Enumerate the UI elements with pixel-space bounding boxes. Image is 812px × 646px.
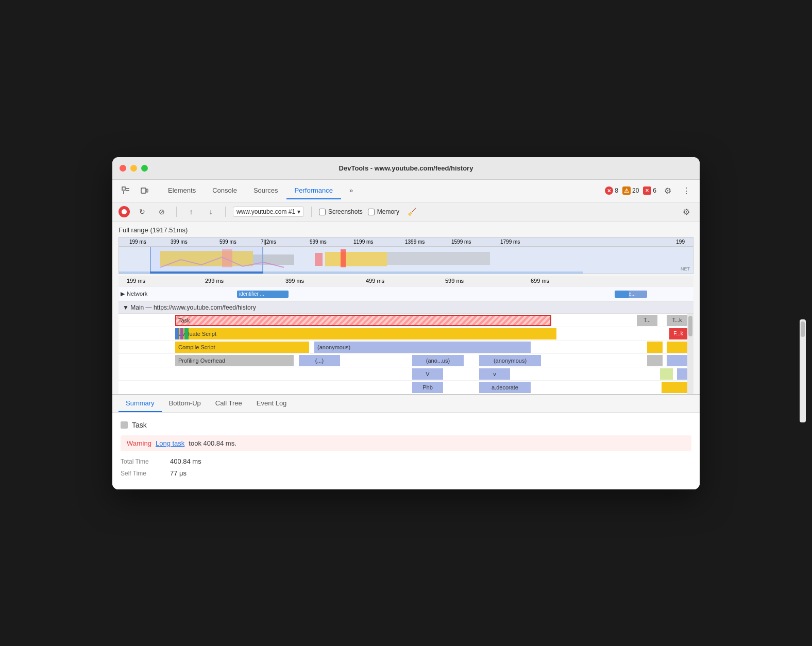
settings-icon[interactable]: ⚙: [661, 183, 675, 198]
devtools-body: ↻ ⊘ ↑ ↓ www.youtube.com #1 ▾ Screenshots…: [112, 202, 700, 489]
anous-label: (ano...us): [426, 358, 450, 364]
clear-icon[interactable]: ⊘: [155, 205, 169, 219]
flame-chart: Task T... T...k Evaluate Script F...k: [119, 314, 693, 394]
warning-count: 20: [632, 187, 639, 194]
screenshots-checkbox[interactable]: [319, 209, 326, 215]
minimize-button[interactable]: [130, 165, 137, 172]
anon2-block[interactable]: (anonymous): [479, 355, 541, 366]
flame-scrollbar[interactable]: [687, 314, 693, 394]
dots-label: (...): [315, 358, 324, 364]
dots-block[interactable]: (...): [299, 355, 340, 366]
tab-bar: Elements Console Sources Performance »: [160, 182, 597, 199]
tab-more[interactable]: »: [341, 182, 361, 199]
tab-call-tree[interactable]: Call Tree: [208, 395, 249, 412]
svg-rect-0: [122, 187, 125, 190]
toolbar-right: ✕ 8 ⚠ 20 ✕ 6 ⚙ ⋮: [605, 183, 693, 198]
phb-block[interactable]: Phb: [412, 382, 443, 393]
toolbar-icons: [119, 183, 151, 198]
warning-row: Warning Long task took 400.84 ms.: [121, 435, 691, 451]
overview-ticks: 199 ms 399 ms 599 ms 7||2ms 999 ms 1199 …: [119, 237, 693, 247]
tab-sources[interactable]: Sources: [245, 182, 286, 199]
more-icon[interactable]: ⋮: [679, 183, 693, 198]
main-header: ▼ Main — https://www.youtube.com/feed/hi…: [119, 302, 693, 314]
tab-event-log[interactable]: Event Log: [249, 395, 294, 412]
record-button[interactable]: [119, 206, 130, 217]
fk-block: F...k: [669, 328, 687, 339]
tick-199: 199 ms: [129, 239, 146, 245]
profiling-block[interactable]: Profiling Overhead: [175, 355, 294, 366]
overview-chart: NET: [119, 247, 693, 274]
total-time-row: Total Time 400.84 ms: [121, 457, 691, 465]
flame-row-profiling: Profiling Overhead (...) (ano...us) (ano…: [119, 354, 693, 367]
network-timeline: identifier ... e...: [175, 286, 693, 301]
device-toggle-icon[interactable]: [137, 183, 151, 198]
warning-icon: ⚠: [622, 186, 631, 195]
flame-scrollbar-thumb: [688, 316, 692, 336]
left-blue-1: [175, 328, 179, 339]
v-lower-block[interactable]: v: [479, 368, 510, 380]
v-upper-block[interactable]: V: [412, 368, 443, 380]
memory-checkbox[interactable]: [368, 209, 375, 215]
evaluate-block[interactable]: Evaluate Script: [175, 328, 556, 339]
profiling-label: Profiling Overhead: [178, 358, 225, 364]
title-bar: DevTools - www.youtube.com/feed/history: [112, 157, 700, 180]
flame-row-task: Task T... T...k: [119, 314, 693, 327]
flame-row-evaluate: Evaluate Script F...k: [119, 327, 693, 341]
tick-399: 399 ms: [171, 239, 188, 245]
separator-3: [311, 207, 312, 217]
download-icon[interactable]: ↓: [204, 205, 218, 219]
tab-summary[interactable]: Summary: [119, 395, 162, 412]
long-task-link[interactable]: Long task: [156, 439, 184, 447]
tab-elements[interactable]: Elements: [160, 182, 204, 199]
inspector-icon[interactable]: [119, 183, 133, 198]
svg-rect-5: [146, 189, 148, 192]
tick-end: 199: [676, 239, 685, 245]
maximize-button[interactable]: [141, 165, 148, 172]
self-time-row: Self Time 77 μs: [121, 469, 691, 477]
range-399: 399 ms: [285, 278, 304, 284]
task-right-2: T...k: [667, 315, 687, 326]
v-lower-label: v: [493, 371, 496, 377]
screenshots-toggle[interactable]: Screenshots: [319, 208, 363, 215]
main-toolbar: Elements Console Sources Performance » ✕…: [112, 180, 700, 202]
upload-icon[interactable]: ↑: [184, 205, 198, 219]
main-label: ▼ Main — https://www.youtube.com/feed/hi…: [123, 304, 256, 311]
memory-toggle[interactable]: Memory: [368, 208, 399, 215]
anon-block[interactable]: (anonymous): [314, 342, 531, 353]
url-select-text: www.youtube.com #1: [236, 208, 295, 215]
timeline-overview[interactable]: 199 ms 399 ms 599 ms 7||2ms 999 ms 1199 …: [119, 237, 693, 274]
range-599: 599 ms: [445, 278, 464, 284]
tick-712: 7||2ms: [261, 239, 276, 245]
memory-profile-icon[interactable]: 🧹: [404, 205, 419, 219]
decorate-block[interactable]: a.decorate: [479, 382, 531, 393]
reload-icon[interactable]: ↻: [135, 205, 149, 219]
screenshots-label: Screenshots: [328, 208, 363, 215]
tick-599: 599 ms: [219, 239, 236, 245]
devtools-window: DevTools - www.youtube.com/feed/history: [112, 157, 700, 489]
warning-text: took 400.84 ms.: [189, 439, 236, 447]
svg-rect-9: [325, 252, 387, 266]
url-select[interactable]: www.youtube.com #1 ▾: [233, 207, 304, 217]
summary-task-title: Task: [121, 421, 691, 429]
flame-row-phb: Phb a.decorate: [119, 381, 693, 394]
tab-console[interactable]: Console: [204, 182, 245, 199]
tab-performance[interactable]: Performance: [286, 182, 341, 199]
range-ruler: 199 ms 299 ms 399 ms 499 ms 599 ms 699 m…: [119, 276, 693, 286]
task-block[interactable]: Task: [175, 315, 551, 326]
tab-bottom-up[interactable]: Bottom-Up: [162, 395, 208, 412]
range-199: 199 ms: [127, 278, 145, 284]
dropdown-arrow-icon: ▾: [297, 208, 300, 215]
close-button[interactable]: [120, 165, 126, 172]
self-time-label: Self Time: [121, 470, 162, 477]
v-right-1: [660, 368, 673, 380]
window-controls: [120, 165, 148, 172]
range-699: 699 ms: [531, 278, 549, 284]
left-purple: [180, 328, 183, 339]
compile-block[interactable]: Compile Script: [175, 342, 309, 353]
profiling-right-2: [667, 355, 687, 366]
network-expand-icon[interactable]: ▶: [121, 291, 125, 297]
anous-block[interactable]: (ano...us): [412, 355, 464, 366]
error-badge: ✕ 8: [605, 186, 618, 195]
phb-right: [662, 382, 687, 393]
capture-settings-icon[interactable]: ⚙: [679, 205, 693, 219]
